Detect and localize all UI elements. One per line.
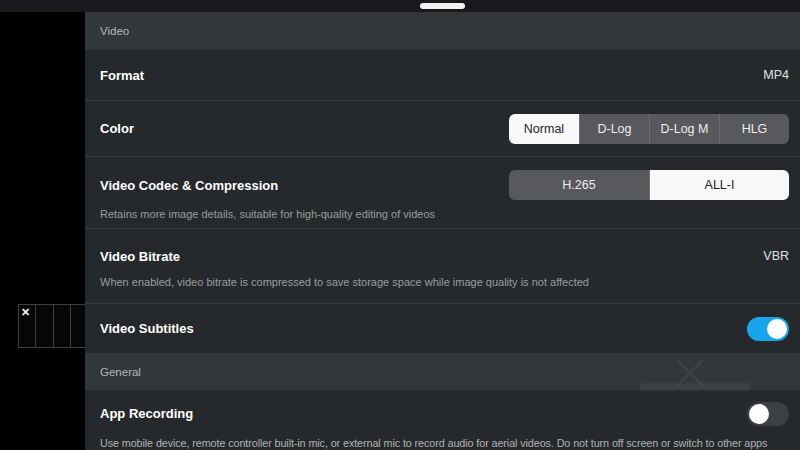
- section-header-general: General: [85, 353, 800, 390]
- toggle-knob: [749, 404, 769, 424]
- codec-label: Video Codec & Compression: [100, 178, 278, 193]
- bitrate-description: When enabled, video bitrate is compresse…: [85, 275, 800, 289]
- close-icon[interactable]: ✕: [21, 305, 30, 319]
- format-value: MP4: [763, 68, 789, 82]
- video-subtitles-label: Video Subtitles: [100, 321, 194, 336]
- video-settings-panel: Video Format MP4 Color Normal D-Log D-Lo…: [85, 12, 800, 450]
- codec-option-alli[interactable]: ALL-I: [649, 170, 789, 200]
- grid-cell: [54, 305, 71, 347]
- toggle-knob: [767, 319, 787, 339]
- app-recording-toggle[interactable]: [747, 402, 789, 426]
- color-row: Color Normal D-Log D-Log M HLG: [85, 101, 800, 157]
- color-option-hlg[interactable]: HLG: [719, 114, 789, 144]
- bitrate-label: Video Bitrate: [100, 249, 180, 264]
- codec-description: Retains more image details, suitable for…: [85, 207, 800, 221]
- color-option-dlog[interactable]: D-Log: [579, 114, 649, 144]
- section-header-video: Video: [85, 12, 800, 50]
- timeline-grid: ✕: [18, 304, 88, 348]
- color-label: Color: [100, 121, 134, 136]
- app-recording-description: Use mobile device, remote controller bui…: [85, 437, 800, 450]
- drag-handle-icon[interactable]: [420, 3, 465, 9]
- app-recording-label: App Recording: [100, 406, 193, 421]
- top-strip: [0, 0, 800, 12]
- color-segmented-control: Normal D-Log D-Log M HLG: [509, 114, 789, 144]
- codec-row: Video Codec & Compression H.265 ALL-I: [85, 157, 800, 207]
- grid-cell: ✕: [19, 305, 36, 347]
- color-option-normal[interactable]: Normal: [509, 114, 579, 144]
- bitrate-row[interactable]: Video Bitrate VBR: [85, 229, 800, 275]
- video-subtitles-row: Video Subtitles: [85, 304, 800, 353]
- video-subtitles-toggle[interactable]: [747, 317, 789, 341]
- format-row[interactable]: Format MP4: [85, 50, 800, 101]
- camera-feed-background: ✕: [0, 12, 85, 450]
- section-header-label: Video: [100, 25, 129, 37]
- bitrate-value: VBR: [763, 249, 789, 263]
- color-option-dlog-m[interactable]: D-Log M: [649, 114, 719, 144]
- codec-block: Video Codec & Compression H.265 ALL-I Re…: [85, 157, 800, 229]
- codec-segmented-control: H.265 ALL-I: [509, 170, 789, 200]
- format-label: Format: [100, 68, 144, 83]
- section-header-label: General: [100, 366, 141, 378]
- grid-cell: [36, 305, 53, 347]
- bitrate-block: Video Bitrate VBR When enabled, video bi…: [85, 229, 800, 304]
- app-recording-row: App Recording: [85, 390, 800, 437]
- codec-option-h265[interactable]: H.265: [509, 170, 649, 200]
